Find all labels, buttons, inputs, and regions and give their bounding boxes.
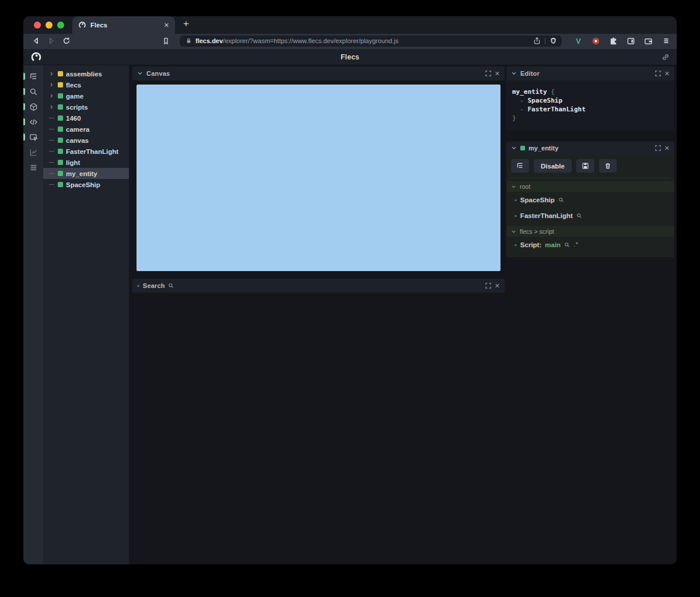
component-row[interactable]: • SpaceShip [506, 192, 674, 208]
brave-shield-icon[interactable] [550, 37, 557, 45]
window-controls [23, 16, 72, 34]
fullscreen-icon[interactable] [655, 71, 661, 76]
close-panel-icon[interactable]: ✕ [664, 145, 670, 152]
tree-item[interactable]: game [43, 90, 129, 101]
tree-item[interactable]: assemblies [43, 68, 129, 79]
tree-expander[interactable] [48, 93, 55, 99]
back-icon[interactable] [30, 36, 42, 46]
save-button[interactable] [576, 159, 594, 173]
chevron-down-icon[interactable] [511, 71, 517, 76]
minimize-window-button[interactable] [46, 22, 52, 29]
tree-item[interactable]: scripts [43, 101, 129, 113]
section-header[interactable]: flecs > script [506, 226, 674, 237]
tree-item[interactable]: flecs [43, 79, 129, 90]
canvas-panel-title: Canvas [146, 70, 170, 77]
reload-icon[interactable] [61, 36, 72, 46]
new-tab-button[interactable]: + [175, 18, 189, 32]
search-icon [168, 283, 174, 289]
share-icon[interactable] [533, 37, 541, 45]
tree-expander[interactable] [48, 82, 55, 87]
forward-icon[interactable] [46, 36, 57, 46]
tree-item[interactable]: SpaceShip [43, 179, 129, 190]
lookup-icon[interactable] [576, 213, 582, 219]
render-canvas[interactable] [136, 85, 501, 271]
component-section: root • SpaceShip • FasterThanLight [506, 181, 674, 223]
editor-panel-header[interactable]: Editor ✕ [506, 66, 674, 80]
entity-color-square [58, 127, 63, 132]
cube-icon[interactable] [23, 99, 43, 114]
menu-icon[interactable] [661, 36, 671, 46]
wallet-icon[interactable] [643, 36, 653, 46]
entity-color-square [520, 146, 525, 150]
disable-button[interactable]: Disable [534, 159, 572, 173]
tree-expander[interactable] [48, 104, 55, 110]
tree-item-label: light [66, 159, 80, 166]
desktop: Flecs ✕ + flecs.dev/ [0, 0, 700, 597]
tree-item[interactable]: 1460 [43, 113, 129, 124]
tab-close-icon[interactable]: ✕ [164, 22, 169, 29]
entity-color-square [58, 149, 63, 154]
tree-expander[interactable] [48, 173, 55, 174]
chevron-down-icon[interactable] [511, 145, 517, 151]
entity-color-square [58, 71, 63, 76]
entity-color-square [58, 171, 63, 176]
right-column: Editor ✕ my_entity { - SpaceShip - Faste… [506, 66, 674, 257]
tree-item[interactable]: canvas [43, 135, 129, 146]
fullscreen-icon[interactable] [655, 145, 661, 151]
tree-item[interactable]: FasterThanLight [43, 146, 129, 157]
lookup-icon[interactable] [558, 197, 564, 203]
tree-expander[interactable] [48, 162, 55, 163]
tree-expander[interactable] [48, 118, 55, 118]
component-row[interactable]: • Script: main .* [506, 237, 674, 252]
lookup-icon[interactable] [564, 242, 570, 248]
side-panel-icon[interactable] [626, 36, 636, 46]
tree-view-button[interactable] [511, 159, 529, 173]
chart-icon[interactable] [23, 145, 43, 160]
extensions-puzzle-icon[interactable] [608, 36, 618, 46]
chevron-down-icon [511, 229, 516, 234]
search-panel-header[interactable]: • Search ✕ [132, 279, 505, 293]
section-header[interactable]: root [506, 181, 674, 192]
inspector-header[interactable]: my_entity ✕ [506, 142, 674, 154]
vue-devtools-icon[interactable]: V [573, 36, 583, 46]
code-icon[interactable] [23, 114, 43, 129]
active-indicator [23, 103, 25, 110]
fullscreen-icon[interactable] [485, 71, 491, 76]
tree-expander[interactable] [48, 71, 55, 76]
tree-item[interactable]: camera [43, 124, 129, 135]
script-editor[interactable]: my_entity { - SpaceShip - FasterThanLigh… [506, 80, 674, 131]
tree-item-label: game [66, 93, 83, 100]
entity-color-square [58, 82, 63, 87]
delete-button[interactable] [599, 159, 617, 173]
browser-toolbar: flecs.dev/explorer/?wasm=https://www.fle… [23, 34, 677, 49]
close-panel-icon[interactable]: ✕ [495, 71, 500, 77]
tree-item-label: assemblies [66, 71, 102, 78]
fullscreen-icon[interactable] [485, 283, 491, 289]
zoom-window-button[interactable] [57, 22, 64, 29]
rows-icon[interactable] [23, 160, 43, 175]
entity-color-square [58, 93, 63, 99]
tree-expander[interactable] [48, 184, 55, 185]
tree-icon[interactable] [23, 69, 43, 84]
close-window-button[interactable] [34, 22, 41, 29]
address-bar[interactable]: flecs.dev/explorer/?wasm=https://www.fle… [180, 36, 562, 47]
canvas-select-icon[interactable] [23, 129, 43, 145]
tree-item[interactable]: light [43, 157, 129, 168]
close-panel-icon[interactable]: ✕ [495, 283, 500, 289]
red-extension-icon[interactable] [591, 36, 601, 46]
editor-panel-title: Editor [520, 70, 540, 77]
bookmark-icon[interactable] [160, 36, 172, 46]
share-link-icon[interactable] [662, 53, 670, 61]
close-panel-icon[interactable]: ✕ [664, 71, 670, 77]
component-row[interactable]: • FasterThanLight [506, 208, 674, 223]
tree-expander[interactable] [48, 151, 55, 152]
chevron-down-icon[interactable] [137, 71, 143, 76]
browser-tab-bar: Flecs ✕ + [23, 16, 677, 34]
browser-tab[interactable]: Flecs ✕ [72, 16, 175, 34]
search-icon[interactable] [23, 84, 43, 99]
tree-item[interactable]: my_entity [43, 168, 129, 179]
canvas-panel-header[interactable]: Canvas ✕ [132, 66, 505, 80]
tree-expander[interactable] [48, 129, 55, 129]
flecs-logo-icon[interactable] [30, 51, 42, 63]
tree-expander[interactable] [48, 140, 55, 141]
